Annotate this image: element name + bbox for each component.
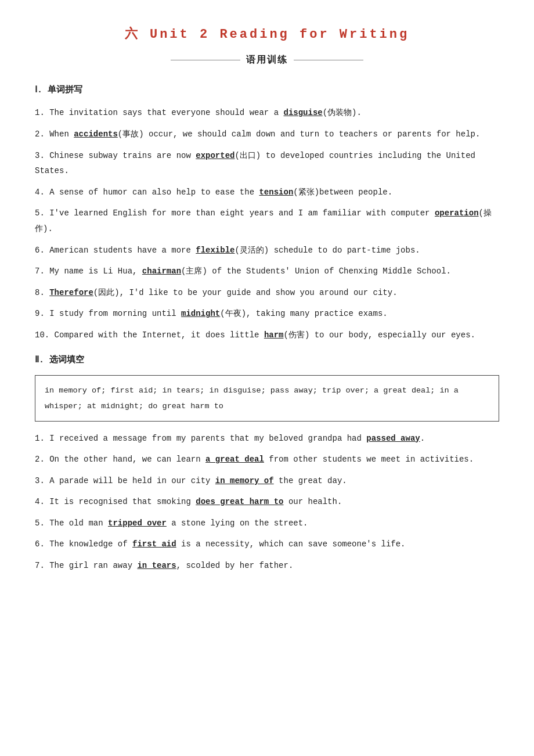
section2-label: Ⅱ. 选词填空 xyxy=(35,352,499,368)
subtitle-line-left xyxy=(171,60,240,60)
key-word: Therefore xyxy=(49,288,93,297)
q-num: 1. The invitation says that everyone sho… xyxy=(35,108,283,117)
section2-question-7: 7. The girl ran away in tears, scolded b… xyxy=(35,558,499,574)
section2-question-6: 6. The knowledge of first aid is a neces… xyxy=(35,537,499,552)
q-num: 1. I received a message from my parents … xyxy=(35,434,366,443)
section1-question-10: 10. Compared with the Internet, it does … xyxy=(35,327,499,343)
q-num: 2. On the other hand, we can learn xyxy=(35,455,205,464)
section2-question-2: 2. On the other hand, we can learn a gre… xyxy=(35,452,499,467)
subtitle-text: 语用训练 xyxy=(240,52,294,69)
q-after: the great day. xyxy=(274,476,347,485)
key-phrase: in memory of xyxy=(215,476,274,485)
section1-questions: 1. The invitation says that everyone sho… xyxy=(35,105,499,343)
q-num: 7. My name is Li Hua, xyxy=(35,267,142,276)
q-after: ), I'd like to be your guide and show yo… xyxy=(114,288,397,297)
key-phrase: first aid xyxy=(132,539,176,549)
section2-question-1: 1. I received a message from my parents … xyxy=(35,431,499,447)
q-num: 8. xyxy=(35,288,49,297)
q-cn: (事故) occur, we should calm down and turn… xyxy=(118,129,481,139)
q-num: 2. When xyxy=(35,129,74,139)
q-cn: (因此 xyxy=(93,288,114,297)
key-word: flexible xyxy=(196,246,234,255)
phrase-box: in memory of; first aid; in tears; in di… xyxy=(35,375,499,422)
key-word: harm xyxy=(264,330,284,340)
key-phrase: does great harm to xyxy=(196,497,283,506)
q-after: . xyxy=(420,434,425,443)
key-phrase: in tears xyxy=(137,561,176,570)
q-num: 10. Compared with the Internet, it does … xyxy=(35,330,264,340)
key-word: tension xyxy=(259,188,293,197)
q-cn: (紧张)between people. xyxy=(293,188,392,197)
q-num: 3. Chinese subway trains are now xyxy=(35,151,196,160)
q-cn: (主席) of the Students' Union of Chenxing … xyxy=(181,267,451,276)
section1-question-8: 8. Therefore(因此), I'd like to be your gu… xyxy=(35,285,499,301)
section2-question-3: 3. A parade will be held in our city in … xyxy=(35,473,499,489)
q-num: 4. It is recognised that smoking xyxy=(35,497,196,506)
q-after: is a necessity, which can save someone's… xyxy=(176,539,406,549)
section1-question-1: 1. The invitation says that everyone sho… xyxy=(35,105,499,121)
q-cn: (伤害) to our body, especially our eyes. xyxy=(283,330,475,340)
q-num: 6. The knowledge of xyxy=(35,539,132,549)
q-after: from other students we meet in activitie… xyxy=(264,455,474,464)
key-word: chairman xyxy=(142,267,181,276)
q-cn: (午夜), taking many practice exams. xyxy=(220,309,387,318)
key-phrase: passed away xyxy=(366,434,420,443)
q-cn: (伪装物). xyxy=(323,108,362,117)
q-num: 7. The girl ran away xyxy=(35,561,137,570)
key-word: accidents xyxy=(74,129,118,139)
subtitle-line-right xyxy=(294,60,363,60)
key-word: disguise xyxy=(283,108,322,117)
subtitle-wrapper: 语用训练 xyxy=(35,52,499,69)
section1-question-4: 4. A sense of humor can also help to eas… xyxy=(35,185,499,200)
section2-question-4: 4. It is recognised that smoking does gr… xyxy=(35,494,499,510)
q-after: our health. xyxy=(283,497,342,506)
section1-label: Ⅰ. 单词拼写 xyxy=(35,82,499,98)
section1-question-9: 9. I study from morning until midnight(午… xyxy=(35,306,499,322)
key-word: exported xyxy=(196,151,234,160)
section1-question-5: 5. I've learned English for more than ei… xyxy=(35,206,499,236)
section1-question-2: 2. When accidents(事故) occur, we should c… xyxy=(35,127,499,142)
q-num: 9. I study from morning until xyxy=(35,309,181,318)
q-num: 5. I've learned English for more than ei… xyxy=(35,208,435,218)
key-phrase: a great deal xyxy=(205,455,264,464)
q-after: , scolded by her father. xyxy=(176,561,294,570)
key-phrase: tripped over xyxy=(108,519,167,528)
q-cn: (灵活的) schedule to do part-time jobs. xyxy=(234,246,420,255)
page-title: 六 Unit 2 Reading for Writing xyxy=(35,23,499,46)
q-num: 4. A sense of humor can also help to eas… xyxy=(35,188,259,197)
key-word: midnight xyxy=(181,309,220,318)
section2-question-5: 5. The old man tripped over a stone lyin… xyxy=(35,516,499,531)
section1-question-6: 6. American students have a more flexibl… xyxy=(35,243,499,258)
section1-question-3: 3. Chinese subway trains are now exporte… xyxy=(35,148,499,179)
q-after: a stone lying on the street. xyxy=(167,519,308,528)
q-num: 3. A parade will be held in our city xyxy=(35,476,215,485)
section2-questions: 1. I received a message from my parents … xyxy=(35,431,499,574)
key-word: operation xyxy=(435,208,479,218)
q-num: 6. American students have a more xyxy=(35,246,196,255)
section1-question-7: 7. My name is Li Hua, chairman(主席) of th… xyxy=(35,264,499,279)
q-num: 5. The old man xyxy=(35,519,108,528)
